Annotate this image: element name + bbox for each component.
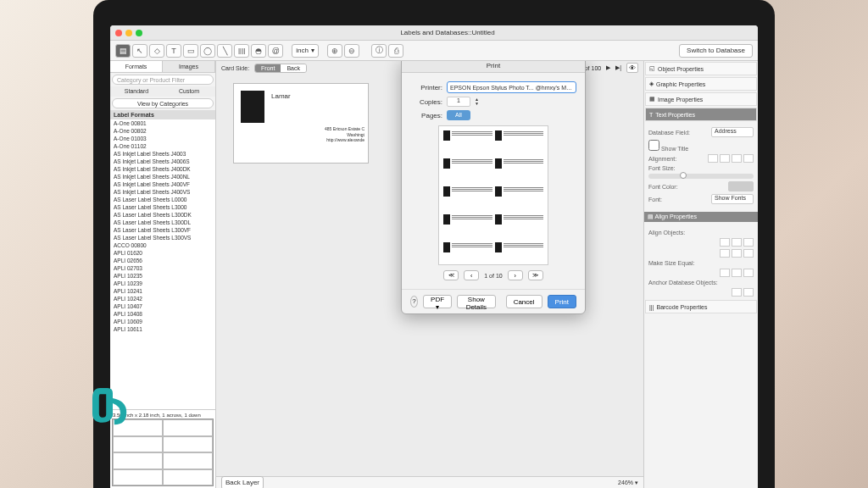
align-justify-icon[interactable] (743, 154, 754, 163)
barcode-tool-icon[interactable]: |||| (234, 44, 249, 58)
align-obj-3-icon[interactable] (743, 238, 754, 247)
graphic-properties-panel[interactable]: ◈Graphic Properties (645, 77, 757, 91)
print-icon[interactable]: ⎙ (388, 44, 403, 58)
line-tool-icon[interactable]: ╲ (217, 44, 232, 58)
list-item[interactable]: AS Laser Label Sheets L300VS (110, 234, 215, 241)
list-item[interactable]: APLI 10609 (110, 318, 215, 325)
copies-input[interactable]: 1 (447, 97, 470, 107)
align-obj-5-icon[interactable] (732, 249, 742, 258)
maximize-window-button[interactable] (136, 30, 142, 36)
align-left-icon[interactable] (708, 154, 718, 163)
record-last-icon[interactable]: ▶| (615, 64, 621, 71)
view-by-categories-button[interactable]: View by Categories (112, 98, 214, 108)
object-properties-panel[interactable]: ◱Object Properties (645, 62, 757, 75)
eye-icon[interactable]: 👁 (626, 63, 638, 73)
list-item[interactable]: AS Laser Label Sheets L300VF (110, 226, 215, 234)
pointer-tool-icon[interactable]: ↖ (132, 44, 147, 58)
anchor-2-icon[interactable] (743, 288, 754, 297)
list-item[interactable]: A-One 00802 (110, 127, 215, 135)
list-item[interactable]: AS Inkjet Label Sheets J4003 (110, 150, 215, 158)
document-tool-icon[interactable]: ▤ (115, 44, 131, 58)
card-name[interactable]: Lamar (271, 92, 364, 100)
align-right-icon[interactable] (732, 154, 742, 163)
card-photo[interactable] (241, 91, 264, 123)
show-title-checkbox[interactable] (648, 140, 659, 151)
back-tab[interactable]: Back (281, 64, 306, 72)
list-item[interactable]: AS Laser Label Sheets L3000 (110, 203, 215, 211)
shape-tool-icon[interactable]: ◇ (149, 44, 164, 58)
size-3-icon[interactable] (743, 269, 754, 277)
list-item[interactable]: APLI 10235 (110, 272, 215, 280)
list-item[interactable]: APLI 10611 (110, 325, 215, 333)
list-item[interactable]: APLI 02703 (110, 264, 215, 272)
page-first-button[interactable]: ≪ (443, 270, 459, 280)
close-window-button[interactable] (115, 30, 122, 36)
align-obj-4-icon[interactable] (720, 249, 730, 258)
zoom-in-icon[interactable]: ⊕ (327, 44, 342, 58)
image-properties-panel[interactable]: ▦Image Properties (645, 92, 757, 106)
list-item[interactable]: AS Laser Label Sheets L300DL (110, 219, 215, 226)
unit-select[interactable]: inch▾ (292, 44, 319, 58)
page-last-button[interactable]: ≫ (528, 270, 543, 280)
list-item[interactable]: AS Inkjet Label Sheets J400VF (110, 180, 215, 188)
page-next-button[interactable]: › (508, 270, 523, 280)
list-item[interactable]: AS Inkjet Label Sheets J400VS (110, 188, 215, 196)
align-obj-6-icon[interactable] (743, 249, 754, 258)
list-item[interactable]: APLI 10239 (110, 280, 215, 287)
at-tool-icon[interactable]: @ (268, 44, 283, 58)
help-button[interactable]: ? (410, 296, 418, 308)
text-tool-icon[interactable]: T (166, 44, 181, 58)
copies-down-icon[interactable]: ▼ (475, 102, 479, 106)
fontsize-slider[interactable] (648, 174, 754, 179)
show-fonts-button[interactable]: Show Fonts (711, 194, 754, 204)
zoom-dropdown-icon[interactable]: ▾ (635, 480, 638, 486)
cancel-button[interactable]: Cancel (506, 295, 542, 308)
oval-tool-icon[interactable]: ◯ (200, 44, 215, 58)
card-address[interactable]: 485 Ericson Estate C Washingt http://www… (237, 126, 364, 143)
list-item[interactable]: APLI 01620 (110, 249, 215, 257)
list-item[interactable]: APLI 02656 (110, 257, 215, 264)
text-properties-panel[interactable]: TText Properties (645, 108, 757, 121)
color-tool-icon[interactable]: ◓ (251, 44, 266, 58)
printer-select[interactable]: EPSON Epson Stylus Photo T... @hmxy's Ma… (447, 81, 576, 93)
front-tab[interactable]: Front (255, 64, 281, 72)
print-button[interactable]: Print (548, 295, 576, 308)
list-item[interactable]: APLI 10408 (110, 310, 215, 318)
list-item[interactable]: AS Laser Label Sheets L300DK (110, 211, 215, 219)
subtab-standard[interactable]: Standard (110, 86, 163, 97)
barcode-properties-panel[interactable]: |||Barcode Properties (645, 300, 757, 313)
list-item[interactable]: AS Inkjet Label Sheets J4006S (110, 158, 215, 165)
tab-images[interactable]: Images (163, 61, 215, 72)
format-list[interactable]: A-One 00801 A-One 00802 A-One 01003 A-On… (110, 119, 215, 409)
align-properties-header[interactable]: ▤ Align Properties (644, 212, 758, 222)
size-1-icon[interactable] (720, 269, 730, 277)
show-details-button[interactable]: Show Details (457, 295, 496, 308)
list-item[interactable]: AS Inkjet Label Sheets J400DK (110, 165, 215, 173)
zoom-out-icon[interactable]: ⊖ (344, 44, 359, 58)
list-item[interactable]: APLI 10407 (110, 302, 215, 310)
list-item[interactable]: A-One 00801 (110, 119, 215, 127)
list-item[interactable]: A-One 01003 (110, 135, 215, 142)
pdf-button[interactable]: PDF ▾ (423, 295, 452, 308)
search-input[interactable]: Category or Product Filter (112, 75, 214, 85)
record-next-icon[interactable]: ▶ (606, 64, 610, 71)
pages-select[interactable]: All (447, 110, 470, 120)
align-center-icon[interactable] (720, 154, 730, 163)
switch-database-button[interactable]: Switch to Database (679, 44, 753, 58)
align-obj-2-icon[interactable] (732, 238, 742, 247)
list-item[interactable]: A-One 01102 (110, 142, 215, 150)
list-item[interactable]: APLI 10241 (110, 287, 215, 295)
minimize-window-button[interactable] (125, 30, 132, 36)
db-field-select[interactable]: Address (711, 127, 754, 137)
list-item[interactable]: AS Laser Label Sheets L0000 (110, 196, 215, 203)
tab-formats[interactable]: Formats (110, 61, 163, 72)
list-item[interactable]: ACCO 00800 (110, 241, 215, 249)
list-item[interactable]: APLI 10242 (110, 295, 215, 302)
info-icon[interactable]: ⓘ (371, 44, 387, 58)
fontcolor-swatch[interactable] (728, 181, 754, 191)
rect-tool-icon[interactable]: ▭ (183, 44, 198, 58)
page-prev-button[interactable]: ‹ (464, 270, 479, 280)
align-obj-1-icon[interactable] (720, 238, 730, 247)
anchor-1-icon[interactable] (732, 288, 742, 297)
layer-select[interactable]: Back Layer (221, 476, 264, 489)
